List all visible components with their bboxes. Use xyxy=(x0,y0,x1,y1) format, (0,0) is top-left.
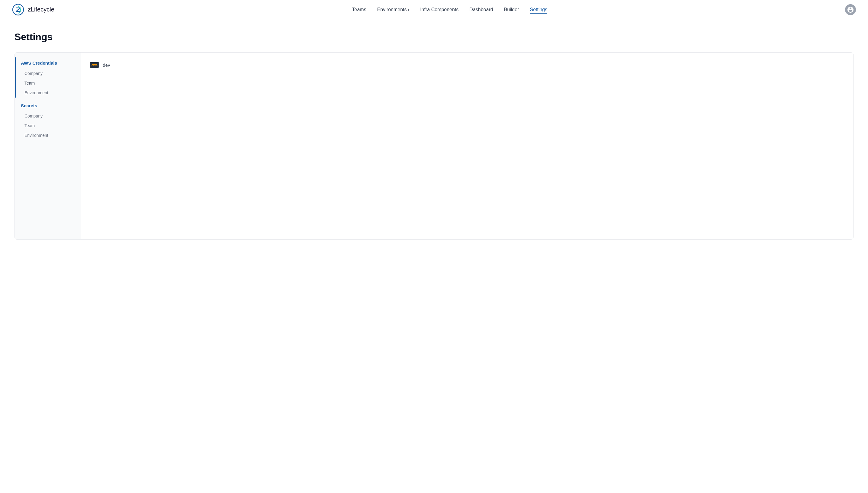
navbar-user xyxy=(845,4,856,15)
sidebar-item-aws-environment[interactable]: Environment xyxy=(15,88,81,98)
nav-link-dashboard[interactable]: Dashboard xyxy=(469,6,493,14)
env-row: aws dev xyxy=(90,60,845,70)
nav-link-infra-components[interactable]: Infra Components xyxy=(420,6,458,14)
sidebar-section-header-secrets[interactable]: Secrets xyxy=(15,100,81,111)
brand-name: zLifecycle xyxy=(28,6,55,13)
sidebar-item-aws-team[interactable]: Team xyxy=(15,78,81,88)
chevron-right-icon: › xyxy=(408,7,410,12)
zlifecycle-logo-icon[interactable] xyxy=(12,4,24,16)
page-title: Settings xyxy=(15,31,853,43)
nav-link-settings[interactable]: Settings xyxy=(530,6,547,14)
aws-logo-badge: aws xyxy=(90,62,99,68)
main-content: Settings AWS Credentials Company Team En… xyxy=(0,19,868,252)
navbar-links: Teams Environments › Infra Components Da… xyxy=(352,6,547,14)
env-label: dev xyxy=(103,63,110,68)
sidebar-item-aws-company[interactable]: Company xyxy=(15,69,81,78)
nav-link-teams[interactable]: Teams xyxy=(352,6,366,14)
user-avatar-button[interactable] xyxy=(845,4,856,15)
sidebar-section-header-aws-credentials[interactable]: AWS Credentials xyxy=(15,58,81,69)
sidebar-section-secrets: Secrets Company Team Environment xyxy=(15,100,81,140)
settings-layout: AWS Credentials Company Team Environment… xyxy=(15,52,853,239)
navbar: zLifecycle Teams Environments › Infra Co… xyxy=(0,0,868,19)
settings-sidebar: AWS Credentials Company Team Environment… xyxy=(15,52,81,239)
settings-content-area: aws dev xyxy=(81,52,853,239)
nav-link-environments[interactable]: Environments › xyxy=(377,6,410,14)
navbar-brand: zLifecycle xyxy=(12,4,55,16)
sidebar-item-secrets-environment[interactable]: Environment xyxy=(15,130,81,140)
sidebar-item-secrets-team[interactable]: Team xyxy=(15,121,81,130)
aws-logo-text: aws xyxy=(91,63,97,67)
nav-link-builder[interactable]: Builder xyxy=(504,6,519,14)
sidebar-section-aws-credentials: AWS Credentials Company Team Environment xyxy=(15,58,81,98)
sidebar-item-secrets-company[interactable]: Company xyxy=(15,111,81,121)
account-circle-icon xyxy=(847,6,854,13)
